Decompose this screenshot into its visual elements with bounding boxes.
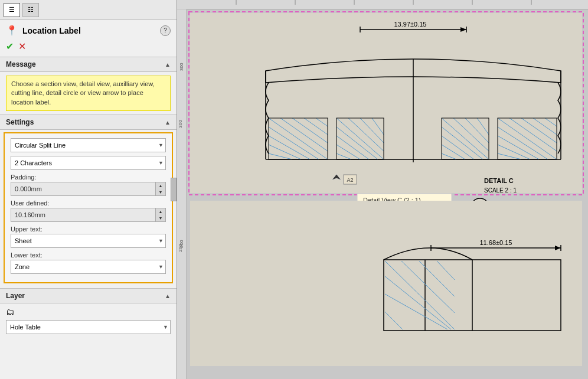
padding-up-button[interactable]: ▲ [156,182,165,189]
svg-text:A2: A2 [347,177,353,183]
characters-wrapper: 2 Characters 1 Character 3 Characters ▼ [11,156,166,170]
location-pin-icon: 📍 [6,25,18,36]
settings-section-header[interactable]: Settings ▲ [0,115,177,130]
action-buttons: ✔ ✕ [0,38,177,57]
layer-collapse-icon: ▲ [165,293,171,299]
left-panel: ☰ ☷ 📍 Location Label ? ✔ ✕ Message ▲ Cho… [0,0,177,379]
message-content: Choose a section view, detail view, auxi… [6,76,171,111]
padding-row: Padding: ▲ ▼ [11,174,166,196]
upper-text-row: Upper text: Sheet Zone Number None ▼ [11,226,166,248]
title-area: 📍 Location Label ? [0,20,177,38]
message-section-header[interactable]: Message ▲ [0,57,177,72]
characters-row: 2 Characters 1 Character 3 Characters ▼ [11,156,166,170]
svg-text:SCALE 2 : 1: SCALE 2 : 1 [484,187,517,194]
layer-select[interactable]: Hole Table Default Custom [6,320,171,334]
layer-stack-icon: 🗂 [6,307,14,316]
layer-content: 🗂 Hole Table Default Custom ▼ [0,303,177,338]
settings-collapse-icon: ▲ [165,119,171,126]
layer-label: Layer [6,292,25,300]
drawing-area: 🔧 300 200 13.97±0.15 [177,0,588,379]
characters-select[interactable]: 2 Characters 1 Character 3 Characters [11,156,166,170]
svg-text:300: 300 [179,63,184,71]
svg-rect-14 [190,13,582,193]
message-collapse-icon: ▲ [165,61,171,68]
layer-icon-row: 🗂 [6,307,171,316]
drawing-svg: 300 200 13.97±0.15 [177,0,588,379]
padding-input[interactable] [11,182,155,196]
lower-text-label: Lower text: [11,251,166,259]
padding-spinner: ▲ ▼ [155,182,166,196]
user-defined-up-button[interactable]: ▲ [156,208,165,215]
settings-label: Settings [6,118,34,126]
cancel-button[interactable]: ✕ [18,41,26,52]
lower-text-select[interactable]: Zone Sheet Number None [11,260,166,274]
help-button[interactable]: ? [160,25,171,36]
svg-text:11.68±0.15: 11.68±0.15 [480,239,512,246]
split-line-row: Circular Split Line Linear Split Line No… [11,138,166,152]
settings-content: Circular Split Line Linear Split Line No… [4,132,173,283]
lower-text-row: Lower text: Zone Sheet Number None ▼ [11,251,166,274]
user-defined-down-button[interactable]: ▼ [156,215,165,221]
confirm-button[interactable]: ✔ [6,41,14,52]
user-defined-spinner: ▲ ▼ [155,208,166,222]
split-line-wrapper: Circular Split Line Linear Split Line No… [11,138,166,152]
svg-text:13.97±0.15: 13.97±0.15 [394,21,427,28]
user-defined-row: User defined: ▲ ▼ [11,200,166,222]
padding-label: Padding: [11,174,166,181]
panel-title: Location Label [22,26,155,35]
upper-text-label: Upper text: [11,226,166,233]
user-defined-input-group: ▲ ▼ [11,208,166,222]
layer-select-wrapper: Hole Table Default Custom ▼ [6,320,171,334]
upper-text-wrapper: Sheet Zone Number None ▼ [11,234,166,248]
panel-toolbar: ☰ ☷ [0,0,177,20]
layer-section-header[interactable]: Layer ▲ [0,288,177,303]
padding-down-button[interactable]: ▼ [156,189,165,195]
svg-rect-1 [177,0,588,9]
message-text: Choose a section view, detail view, auxi… [11,80,155,106]
message-label: Message [6,60,36,68]
upper-text-select[interactable]: Sheet Zone Number None [11,234,166,248]
layer-section: Layer ▲ 🗂 Hole Table Default Custom ▼ [0,288,177,338]
svg-text:200: 200 [179,240,184,248]
user-defined-label: User defined: [11,200,166,207]
lower-text-wrapper: Zone Sheet Number None ▼ [11,260,166,274]
svg-text:DETAIL C: DETAIL C [484,177,514,184]
panel-scroll-handle[interactable] [171,178,177,201]
user-defined-input[interactable] [11,208,155,222]
toolbar-btn-1[interactable]: ☰ [4,3,20,17]
split-line-select[interactable]: Circular Split Line Linear Split Line No… [11,138,166,152]
padding-input-group: ▲ ▼ [11,182,166,196]
svg-text:300: 300 [178,120,183,128]
toolbar-btn-2[interactable]: ☷ [22,3,39,17]
